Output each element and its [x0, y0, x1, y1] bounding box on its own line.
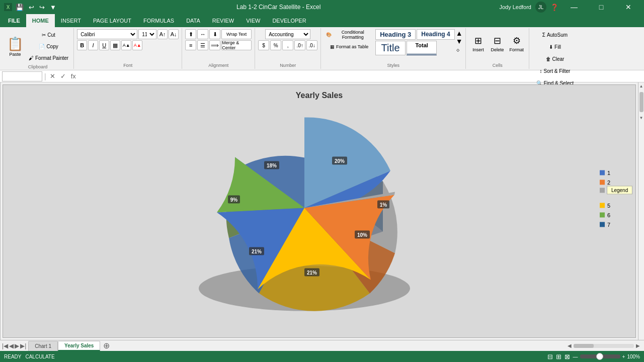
format-as-table-button[interactable]: ▦ Format as Table — [324, 41, 374, 52]
heading3-style[interactable]: Heading 3 — [375, 29, 416, 40]
number-buttons: $ % , .0↑ .0↓ — [258, 40, 317, 50]
delete-button[interactable]: ⊟ Delete — [488, 29, 506, 58]
close-button[interactable]: ✕ — [617, 0, 640, 14]
wrap-text-button[interactable]: Wrap Text — [221, 29, 252, 39]
format-button[interactable]: ⚙ Format — [507, 29, 526, 58]
page-layout-view-button[interactable]: ⊞ — [556, 353, 561, 360]
normal-view-button[interactable]: ⊟ — [547, 353, 553, 360]
increase-font-button[interactable]: A↑ — [157, 29, 168, 39]
status-calculate: CALCULATE — [25, 354, 54, 359]
formula-input[interactable] — [79, 73, 642, 79]
comma-button[interactable]: , — [282, 40, 293, 50]
autosum-button[interactable]: Σ AutoSum — [532, 29, 578, 40]
zoom-area: — + 100% — [573, 354, 640, 359]
sheet-tab-yearly-sales[interactable]: Yearly Sales — [58, 341, 100, 351]
vertical-scrollbar[interactable]: ▲ ▼ — [638, 82, 644, 340]
zoom-in-button[interactable]: + — [622, 354, 625, 359]
legend-label-1: 1 — [607, 169, 610, 175]
tab-review[interactable]: REVIEW — [206, 14, 240, 27]
undo-button[interactable]: ↩ — [27, 3, 36, 12]
add-sheet-button[interactable]: ⊕ — [100, 341, 113, 350]
paste-button[interactable]: 📋 Paste — [5, 32, 25, 61]
tab-home[interactable]: HOME — [26, 14, 55, 27]
font-color-button[interactable]: A▲ — [132, 40, 142, 50]
styles-scroll[interactable]: ▲ ▼ ⬦ — [456, 29, 463, 53]
legend-item-legend: Legend — [600, 188, 610, 193]
format-painter-button[interactable]: 🖌 Format Painter — [27, 52, 70, 63]
chart-legend-area: 1 2 Legend 5 — [600, 168, 610, 228]
hscroll-right[interactable]: ▶ — [636, 343, 640, 348]
cut-button[interactable]: ✂ Cut — [27, 29, 70, 40]
increase-decimal-button[interactable]: .0↑ — [294, 40, 305, 50]
conditional-formatting-button[interactable]: 🎨 Conditional Formatting — [324, 29, 374, 40]
decrease-font-button[interactable]: A↓ — [169, 29, 179, 39]
zoom-out-button[interactable]: — — [573, 354, 578, 359]
scroll-up-arrow[interactable]: ▲ — [638, 82, 644, 90]
ribbon-tabs: FILE HOME INSERT PAGE LAYOUT FORMULAS DA… — [0, 14, 644, 27]
tab-data[interactable]: DATA — [180, 14, 206, 27]
insert-button[interactable]: ⊞ Insert — [469, 29, 487, 58]
number-format-select[interactable]: Accounting — [265, 29, 310, 39]
tab-view[interactable]: VIEW — [240, 14, 266, 27]
sheet-nav-prev[interactable]: ◀ — [9, 342, 14, 349]
name-box[interactable] — [2, 71, 42, 81]
tab-formulas[interactable]: FORMULAS — [137, 14, 180, 27]
currency-button[interactable]: $ — [258, 40, 269, 50]
scroll-thumb[interactable] — [639, 92, 643, 112]
title-style[interactable]: Title — [375, 41, 406, 55]
clear-button[interactable]: 🗑 Clear — [532, 53, 578, 64]
title-bar-right: Jody Ledford JL ❓ — □ ✕ — [499, 0, 640, 14]
font-size-select[interactable]: 11 — [138, 29, 156, 39]
font-style-row: B I U ▦ A▲ A▲ — [77, 40, 179, 50]
align-right-button[interactable]: ⟹ — [209, 40, 220, 50]
underline-button[interactable]: U — [99, 40, 109, 50]
page-break-view-button[interactable]: ⊠ — [565, 353, 570, 360]
tab-insert[interactable]: INSERT — [55, 14, 87, 27]
restore-button[interactable]: □ — [590, 0, 613, 14]
autosum-icon: Σ — [542, 32, 545, 38]
horizontal-scrollbar[interactable] — [574, 344, 634, 348]
zoom-slider[interactable] — [580, 354, 620, 358]
tab-file[interactable]: FILE — [2, 14, 26, 27]
total-style[interactable]: Total — [407, 41, 437, 55]
hscroll-thumb[interactable] — [574, 344, 594, 348]
font-name-select[interactable]: Calibri — [77, 29, 137, 39]
confirm-entry-icon[interactable]: ✓ — [59, 72, 67, 80]
legend-items: 1 2 Legend 5 — [600, 168, 610, 228]
tab-developer[interactable]: DEVELOPER — [266, 14, 312, 27]
heading4-style[interactable]: Heading 4 — [417, 29, 454, 40]
align-left-button[interactable]: ≡ — [185, 40, 196, 50]
minimize-button[interactable]: — — [562, 0, 586, 14]
help-icon[interactable]: ❓ — [550, 4, 558, 11]
sheet-nav-next[interactable]: ▶ — [15, 342, 19, 349]
percent-button[interactable]: % — [270, 40, 281, 50]
chart-area[interactable]: Yearly Sales — [3, 84, 636, 338]
insert-function-icon[interactable]: fx — [69, 72, 77, 80]
copy-button[interactable]: 📄 Copy — [27, 41, 70, 52]
align-top-button[interactable]: ⬆ — [185, 29, 196, 39]
fill-button[interactable]: ⬇ Fill — [532, 41, 578, 52]
sheet-tab-chart1[interactable]: Chart 1 — [28, 341, 58, 351]
scroll-down-arrow[interactable]: ▼ — [638, 114, 644, 122]
svg-text:18%: 18% — [266, 163, 276, 168]
number-label: Number — [280, 62, 296, 68]
zoom-thumb[interactable] — [596, 353, 603, 360]
hscroll-left[interactable]: ◀ — [568, 343, 572, 348]
redo-button[interactable]: ↪ — [38, 3, 46, 12]
border-button[interactable]: ▦ — [110, 40, 120, 50]
tab-page-layout[interactable]: PAGE LAYOUT — [87, 14, 137, 27]
save-button[interactable]: 💾 — [14, 3, 25, 12]
italic-button[interactable]: I — [88, 40, 98, 50]
decrease-decimal-button[interactable]: .0↓ — [306, 40, 317, 50]
customize-button[interactable]: ▼ — [48, 3, 58, 12]
align-bottom-button[interactable]: ⬇ — [209, 29, 220, 39]
align-middle-button[interactable]: ↔ — [197, 29, 208, 39]
align-center-button[interactable]: ☰ — [197, 40, 208, 50]
bold-button[interactable]: B — [77, 40, 87, 50]
sheet-nav-first[interactable]: |◀ — [2, 342, 8, 349]
fill-color-button[interactable]: A▲ — [121, 40, 131, 50]
font-controls: Calibri 11 A↑ A↓ B I U ▦ A▲ A▲ — [77, 29, 179, 50]
sheet-nav-last[interactable]: ▶| — [20, 342, 26, 349]
merge-center-button[interactable]: Merge & Center — [221, 40, 252, 50]
cancel-entry-icon[interactable]: ✕ — [48, 72, 57, 80]
